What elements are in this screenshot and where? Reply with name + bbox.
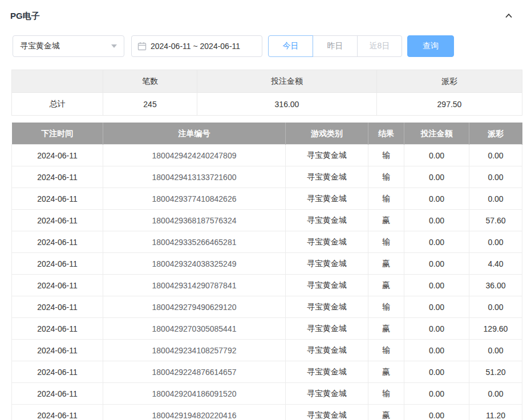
filter-row: 寻宝黄金城 2024-06-11 ~ 2024-06-11 今日 昨日 近8日 … (13, 35, 527, 57)
cell-bet-amount: 0.00 (404, 253, 469, 275)
cell-ticket-no: 1800429279490629120 (103, 296, 286, 318)
cell-bet-time: 2024-06-11 (12, 296, 103, 318)
cell-bet-amount: 0.00 (404, 383, 469, 405)
cell-payout: 0.00 (469, 296, 522, 318)
search-button[interactable]: 查询 (407, 35, 454, 57)
cell-ticket-no: 1800429224876614657 (103, 361, 286, 383)
cell-payout: 11.20 (469, 405, 522, 420)
cell-result: 输 (368, 231, 404, 253)
cell-bet-amount: 0.00 (404, 405, 469, 420)
table-row: 2024-06-11 1800429270305085441 寻宝黄金城 赢 0… (12, 318, 522, 340)
cell-game-type: 寻宝黄金城 (286, 405, 368, 420)
cell-game-type: 寻宝黄金城 (286, 296, 368, 318)
last-8-days-button[interactable]: 近8日 (357, 35, 402, 57)
cell-bet-amount: 0.00 (404, 296, 469, 318)
summary-total-payout: 297.50 (377, 93, 522, 116)
bet-table-body: 2024-06-11 1800429424240247809 寻宝黄金城 输 0… (12, 145, 522, 420)
chevron-down-icon (111, 44, 117, 48)
cell-result: 赢 (368, 253, 404, 275)
cell-bet-time: 2024-06-11 (12, 210, 103, 231)
cell-bet-time: 2024-06-11 (12, 231, 103, 253)
cell-game-type: 寻宝黄金城 (286, 318, 368, 340)
cell-result: 输 (368, 383, 404, 405)
header-game-type: 游戏类别 (286, 123, 368, 145)
cell-bet-amount: 0.00 (404, 166, 469, 188)
cell-game-type: 寻宝黄金城 (286, 361, 368, 383)
summary-header-blank (12, 70, 103, 93)
cell-bet-time: 2024-06-11 (12, 145, 103, 166)
table-row: 2024-06-11 1800429204186091520 寻宝黄金城 输 0… (12, 383, 522, 405)
cell-payout: 0.00 (469, 340, 522, 361)
header-payout: 派彩 (469, 123, 522, 145)
table-row: 2024-06-11 1800429194820220416 寻宝黄金城 赢 0… (12, 405, 522, 420)
cell-payout: 36.00 (469, 275, 522, 296)
cell-game-type: 寻宝黄金城 (286, 210, 368, 231)
cell-game-type: 寻宝黄金城 (286, 231, 368, 253)
quick-date-buttons: 今日 昨日 近8日 (268, 35, 402, 57)
table-row: 2024-06-11 1800429279490629120 寻宝黄金城 输 0… (12, 296, 522, 318)
cell-result: 赢 (368, 210, 404, 231)
panel-title: PG电子 (10, 11, 40, 22)
cell-result: 输 (368, 296, 404, 318)
cell-game-type: 寻宝黄金城 (286, 188, 368, 210)
cell-payout: 0.00 (469, 145, 522, 166)
summary-total-bet: 316.00 (197, 93, 377, 116)
cell-ticket-no: 1800429324038325249 (103, 253, 286, 275)
cell-ticket-no: 1800429204186091520 (103, 383, 286, 405)
today-button[interactable]: 今日 (268, 35, 313, 57)
table-row: 2024-06-11 1800429413133721600 寻宝黄金城 输 0… (12, 166, 522, 188)
table-row: 2024-06-11 1800429234108257792 寻宝黄金城 输 0… (12, 340, 522, 361)
cell-bet-amount: 0.00 (404, 340, 469, 361)
cell-bet-time: 2024-06-11 (12, 383, 103, 405)
cell-bet-amount: 0.00 (404, 210, 469, 231)
collapse-chevron-up-icon[interactable] (502, 9, 516, 23)
cell-bet-amount: 0.00 (404, 145, 469, 166)
summary-total-row: 总计 245 316.00 297.50 (12, 93, 522, 116)
cell-ticket-no: 1800429234108257792 (103, 340, 286, 361)
summary-header-row: 笔数 投注金额 派彩 (12, 70, 522, 93)
cell-result: 输 (368, 145, 404, 166)
table-row: 2024-06-11 1800429314290787841 寻宝黄金城 赢 0… (12, 275, 522, 296)
cell-ticket-no: 1800429335266465281 (103, 231, 286, 253)
cell-ticket-no: 1800429368187576324 (103, 210, 286, 231)
summary-total-label: 总计 (12, 93, 103, 116)
cell-result: 输 (368, 340, 404, 361)
cell-payout: 0.00 (469, 166, 522, 188)
table-row: 2024-06-11 1800429224876614657 寻宝黄金城 赢 0… (12, 361, 522, 383)
table-row: 2024-06-11 1800429424240247809 寻宝黄金城 输 0… (12, 145, 522, 166)
table-row: 2024-06-11 1800429324038325249 寻宝黄金城 赢 0… (12, 253, 522, 275)
summary-header-payout: 派彩 (377, 70, 522, 93)
yesterday-button[interactable]: 昨日 (313, 35, 358, 57)
header-ticket-no: 注单编号 (103, 123, 286, 145)
cell-ticket-no: 1800429270305085441 (103, 318, 286, 340)
cell-result: 赢 (368, 275, 404, 296)
cell-game-type: 寻宝黄金城 (286, 253, 368, 275)
cell-bet-time: 2024-06-11 (12, 340, 103, 361)
header-bet-time: 下注时间 (12, 123, 103, 145)
cell-ticket-no: 1800429377410842626 (103, 188, 286, 210)
cell-bet-amount: 0.00 (404, 188, 469, 210)
date-range-input[interactable]: 2024-06-11 ~ 2024-06-11 (131, 35, 262, 57)
summary-total-count: 245 (103, 93, 197, 116)
cell-game-type: 寻宝黄金城 (286, 275, 368, 296)
cell-game-type: 寻宝黄金城 (286, 145, 368, 166)
cell-bet-amount: 0.00 (404, 231, 469, 253)
cell-bet-time: 2024-06-11 (12, 275, 103, 296)
header-result: 结果 (368, 123, 404, 145)
cell-ticket-no: 1800429413133721600 (103, 166, 286, 188)
cell-payout: 4.40 (469, 253, 522, 275)
pg-panel: PG电子 寻宝黄金城 2024-06-11 ~ 2024-06-11 今日 昨日 (0, 0, 527, 420)
cell-bet-time: 2024-06-11 (12, 405, 103, 420)
bet-table: 下注时间 注单编号 游戏类别 结果 投注金额 派彩 2024-06-11 180… (11, 123, 522, 420)
cell-bet-time: 2024-06-11 (12, 253, 103, 275)
header-bet-amount: 投注金额 (404, 123, 469, 145)
cell-payout: 0.00 (469, 231, 522, 253)
panel-header: PG电子 (0, 0, 527, 27)
cell-game-type: 寻宝黄金城 (286, 383, 368, 405)
cell-result: 输 (368, 188, 404, 210)
summary-header-bet: 投注金额 (197, 70, 377, 93)
table-row: 2024-06-11 1800429377410842626 寻宝黄金城 输 0… (12, 188, 522, 210)
cell-game-type: 寻宝黄金城 (286, 166, 368, 188)
game-select[interactable]: 寻宝黄金城 (13, 35, 124, 57)
cell-bet-time: 2024-06-11 (12, 188, 103, 210)
